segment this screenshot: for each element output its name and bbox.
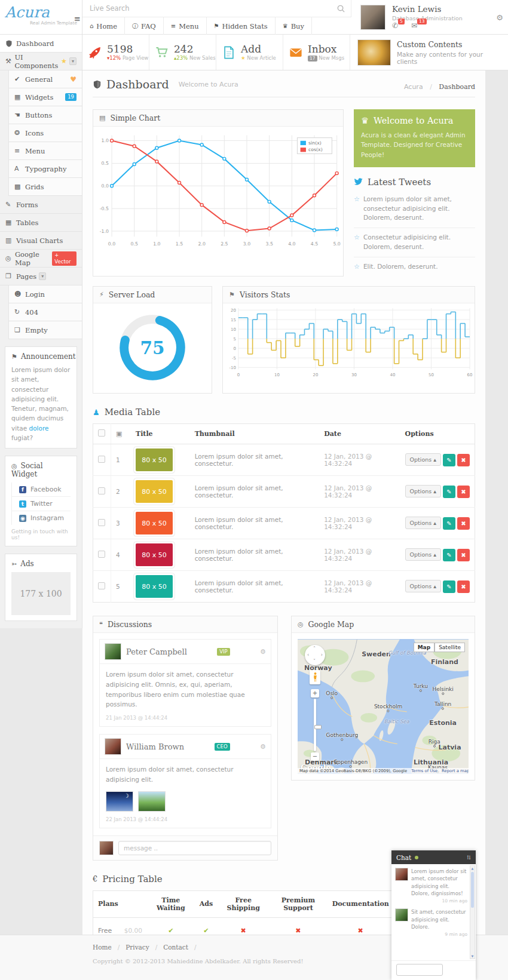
sidebar-item-grids[interactable]: ▩Grids bbox=[8, 178, 82, 196]
zoom-handle[interactable] bbox=[314, 725, 322, 729]
scroll-down-icon[interactable]: ▼ bbox=[470, 954, 475, 958]
settings-gear-icon[interactable]: ⚙ bbox=[496, 13, 503, 22]
ad-placeholder[interactable]: 177 x 100 bbox=[11, 572, 71, 615]
collapse-caret-button[interactable]: ▾ bbox=[39, 272, 46, 280]
sidebar-item-forms[interactable]: ✎Forms bbox=[0, 196, 82, 214]
row-checkbox[interactable] bbox=[98, 582, 105, 589]
row-checkbox[interactable] bbox=[98, 519, 105, 526]
zoom-track[interactable] bbox=[314, 699, 316, 751]
options-dropdown-button[interactable]: Options ▴ bbox=[405, 580, 441, 592]
sidebar-item-widgets[interactable]: ▦Widgets19 bbox=[8, 88, 82, 106]
search-icon[interactable] bbox=[336, 4, 345, 13]
map-canvas[interactable]: SwedenNorwayFinlandEstoniaLatviaLithuani… bbox=[298, 639, 469, 774]
dolore-link[interactable]: dolore bbox=[29, 425, 48, 432]
server-load-panel: ⚡Server Load 75 bbox=[93, 286, 212, 394]
map-pan-control[interactable]: ˄˅‹› bbox=[305, 645, 325, 665]
pegman-control[interactable] bbox=[310, 670, 320, 684]
footer-link-privacy[interactable]: Privacy bbox=[126, 944, 149, 951]
social-link-instagram[interactable]: ◉Instagram bbox=[11, 511, 71, 525]
social-link-twitter[interactable]: tTwitter bbox=[11, 497, 71, 511]
thumbnail-swatch[interactable]: 80 x 50 bbox=[136, 543, 173, 566]
flag-icon: ⚑ bbox=[214, 23, 219, 29]
edit-button[interactable]: ✎ bbox=[443, 580, 455, 593]
search-input[interactable] bbox=[82, 0, 351, 17]
sidebar-item-general[interactable]: ✔General♥ bbox=[8, 70, 82, 88]
sidebar-item-pages[interactable]: ❐Pages▾ bbox=[0, 268, 82, 285]
options-dropdown-button[interactable]: Options ▴ bbox=[405, 485, 441, 497]
sidebar-toggle-icon[interactable]: ≡ bbox=[74, 14, 81, 23]
delete-button[interactable]: ✖ bbox=[457, 517, 470, 530]
thumbnail-swatch[interactable]: 80 x 50 bbox=[136, 512, 173, 534]
stat-tile-new-sales[interactable]: 242▴23% New Sales bbox=[149, 35, 216, 70]
footer-link-home[interactable]: Home bbox=[93, 944, 112, 951]
thumbnail-swatch[interactable]: 80 x 50 bbox=[136, 448, 173, 471]
sidebar-item-label: Visual Charts bbox=[16, 236, 63, 245]
scroll-thumb[interactable] bbox=[471, 872, 474, 908]
post-image-night[interactable]: ☽ bbox=[106, 791, 133, 812]
chat-input[interactable] bbox=[396, 964, 443, 976]
options-dropdown-button[interactable]: Options ▴ bbox=[405, 548, 441, 561]
post-image-tree[interactable] bbox=[138, 791, 166, 812]
sidebar-item-buttons[interactable]: ☚Buttons bbox=[8, 106, 82, 124]
edit-button[interactable]: ✎ bbox=[443, 517, 455, 530]
nav-item-home[interactable]: ⌂Home bbox=[82, 17, 125, 35]
select-all-checkbox[interactable] bbox=[98, 429, 105, 437]
satellite-button[interactable]: Satellite bbox=[434, 643, 465, 652]
brand-logo[interactable]: Acura bbox=[5, 4, 77, 21]
sidebar-item-visual-charts[interactable]: ▥Visual Charts bbox=[0, 232, 82, 250]
options-dropdown-button[interactable]: Options ▴ bbox=[405, 453, 441, 466]
edit-button[interactable]: ✎ bbox=[443, 486, 455, 498]
message-input[interactable] bbox=[118, 841, 271, 855]
messages-icon[interactable]: ✉13 bbox=[411, 21, 417, 30]
delete-button[interactable]: ✖ bbox=[457, 580, 470, 593]
sidebar-item-google-map[interactable]: ◎Google Map+ Vector bbox=[0, 250, 82, 268]
zoom-in-button[interactable]: + bbox=[311, 689, 319, 698]
sidebar-item-ui-components[interactable]: ⚒UI Components★▾ bbox=[0, 53, 82, 70]
report-error-link[interactable]: Report a map error bbox=[442, 769, 469, 773]
nav-item-faq[interactable]: ⓘFAQ bbox=[125, 17, 164, 35]
nav-item-buy[interactable]: ♛Buy bbox=[276, 17, 312, 35]
row-checkbox[interactable] bbox=[98, 456, 105, 463]
stat-tile-new-article[interactable]: Add★ New Article bbox=[216, 35, 283, 70]
nav-item-menu[interactable]: ≡Menu bbox=[164, 17, 207, 35]
thumbnail-swatch[interactable]: 80 x 50 bbox=[136, 480, 173, 503]
user-avatar[interactable] bbox=[360, 5, 385, 30]
stat-tile-new-msgs[interactable]: Inbox17 New Msgs bbox=[283, 35, 350, 70]
sidebar-item-typography[interactable]: ATypography bbox=[8, 160, 82, 178]
post-settings-gear-icon[interactable]: ⚙ bbox=[260, 648, 266, 656]
options-dropdown-button[interactable]: Options ▴ bbox=[405, 517, 441, 529]
breadcrumb-root[interactable]: Acura bbox=[404, 83, 423, 91]
sidebar-item-login[interactable]: ☻Login bbox=[8, 285, 82, 303]
zoom-out-button[interactable]: − bbox=[311, 752, 319, 761]
terms-link[interactable]: Terms of Use bbox=[411, 769, 437, 773]
sidebar-item-icons[interactable]: ❂Icons bbox=[8, 124, 82, 142]
thumbnail-swatch[interactable]: 80 x 50 bbox=[136, 575, 173, 598]
sidebar-item-dashboard[interactable]: Dashboard bbox=[0, 35, 82, 53]
edit-button[interactable]: ✎ bbox=[443, 549, 455, 561]
row-checkbox[interactable] bbox=[98, 551, 105, 558]
sidebar-item-404[interactable]: ↻404 bbox=[8, 303, 82, 321]
social-widget-footer: Getting in touch with us! bbox=[11, 529, 71, 540]
custom-contents-tile[interactable]: Custom ContentsMake any contents for you… bbox=[350, 35, 508, 70]
chat-collapse-icon[interactable]: ⇅ bbox=[466, 855, 471, 861]
map-button[interactable]: Map bbox=[414, 643, 434, 652]
sidebar-item-tables[interactable]: ▦Tables bbox=[0, 214, 82, 232]
collapse-caret-button[interactable]: ▾ bbox=[69, 57, 76, 65]
delete-button[interactable]: ✖ bbox=[457, 486, 470, 498]
footer-link-contact[interactable]: Contact bbox=[163, 944, 188, 951]
nav-item-hidden-stats[interactable]: ⚑Hidden Stats bbox=[207, 17, 276, 35]
sidebar-item-empty[interactable]: ❏Empty bbox=[8, 321, 82, 339]
chat-header[interactable]: Chat ⇅ bbox=[391, 850, 476, 864]
chat-scrollbar[interactable]: ▲ ▼ bbox=[470, 865, 475, 959]
table-row: 280 x 50Lorem ipsum dolor sit amet, cons… bbox=[93, 476, 475, 508]
social-link-facebook[interactable]: fFacebook bbox=[11, 483, 71, 497]
post-settings-gear-icon[interactable]: ⚙ bbox=[260, 743, 266, 751]
notifications-icon[interactable]: ✆5 bbox=[392, 21, 398, 30]
delete-button[interactable]: ✖ bbox=[457, 549, 470, 561]
stat-tile-page-view[interactable]: 5198▾12% Page View bbox=[82, 35, 149, 70]
row-checkbox[interactable] bbox=[98, 487, 105, 494]
edit-button[interactable]: ✎ bbox=[443, 454, 455, 466]
sidebar-item-menu[interactable]: ≡Menu bbox=[8, 142, 82, 160]
scroll-up-icon[interactable]: ▲ bbox=[470, 867, 475, 870]
delete-button[interactable]: ✖ bbox=[457, 454, 470, 466]
